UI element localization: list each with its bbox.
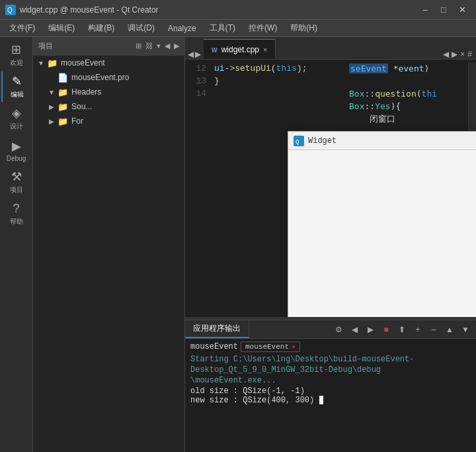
sidebar-header-icons: ⊞ ⛓ ▾ ◀ ▶ [136, 42, 179, 50]
menu-edit[interactable]: 编辑(E) [42, 20, 81, 36]
bottom-tab-bar: 应用程序输出 ⚙ ◀ ▶ ■ ⬆ + – ▲ ▼ [185, 320, 476, 339]
activity-help[interactable]: ? 帮助 [1, 199, 32, 229]
nav-next-icon[interactable]: ▶ [174, 42, 179, 50]
tree-sources-label: Sou... [71, 102, 92, 111]
tree-root-label: mouseEvent [61, 58, 105, 68]
widget-title-bar: Q Widget – □ [288, 132, 476, 150]
bottom-toolbar-btn2[interactable]: ◀ [348, 323, 361, 336]
projects-icon: ⚒ [11, 169, 22, 184]
sidebar-header: 项目 ⊞ ⛓ ▾ ◀ ▶ [33, 37, 184, 56]
sidebar-title: 项目 [38, 41, 53, 51]
menu-bar: 文件(F) 编辑(E) 构建(B) 调试(D) Analyze 工具(T) 控件… [0, 20, 476, 37]
window-controls: – □ ✕ [416, 3, 471, 17]
output-line-5: new size : QSize(400, 300) [190, 396, 471, 405]
bottom-scroll-up[interactable]: ▲ [443, 323, 456, 336]
filter-icon[interactable]: ⊞ [136, 42, 141, 50]
more-tabs-icon[interactable]: # [467, 50, 472, 59]
tree-forms-label: For [71, 116, 83, 126]
activity-debug[interactable]: ▶ Debug [1, 135, 32, 165]
code-line-12: 12 ui->setupUi(this); [188, 62, 349, 75]
output-line-4: old size : QSize(-1, -1) [190, 386, 471, 396]
help-icon: ? [13, 202, 19, 216]
welcome-icon: ⊞ [11, 42, 21, 57]
sidebar: 项目 ⊞ ⛓ ▾ ◀ ▶ ▼ 📁 mouseEvent 📄 mouseEvent… [33, 37, 185, 452]
activity-design-label: 设计 [10, 122, 23, 131]
svg-text:Q: Q [296, 139, 299, 146]
edit-icon: ✎ [12, 74, 22, 89]
widget-body [288, 150, 476, 317]
bottom-content: mouseEvent mouseEvent ✕ Starting C:\User… [185, 339, 476, 452]
line-content: } [214, 76, 219, 86]
forms-folder-icon: 📁 [57, 115, 69, 127]
tree-sources-folder[interactable]: ▶ 📁 Sou... [33, 99, 184, 114]
bottom-toolbar-btn3[interactable]: ▶ [364, 323, 377, 336]
bottom-tab-output[interactable]: 应用程序输出 [185, 320, 249, 338]
close-editor-icon[interactable]: × [460, 50, 465, 59]
design-icon: ◈ [12, 106, 21, 120]
main-layout: ⊞ 欢迎 ✎ 编辑 ◈ 设计 ▶ Debug ⚒ 项目 ? 帮助 项目 ⊞ [0, 37, 476, 452]
activity-bar: ⊞ 欢迎 ✎ 编辑 ◈ 设计 ▶ Debug ⚒ 项目 ? 帮助 [0, 37, 33, 452]
activity-edit-label: 编辑 [11, 90, 24, 99]
bottom-tab-output-label: 应用程序输出 [193, 323, 241, 334]
bottom-toolbar: ⚙ ◀ ▶ ■ ⬆ + – ▲ ▼ [328, 323, 476, 336]
link-icon[interactable]: ⛓ [145, 42, 153, 50]
widget-app-icon: Q [294, 136, 304, 146]
svg-text:Q: Q [7, 7, 13, 14]
tree-headers-folder[interactable]: ▼ 📁 Headers [33, 85, 184, 99]
bottom-toolbar-stop[interactable]: ■ [379, 323, 393, 336]
output-line-2: Desktop_Qt_5_9_0_MinGW_32bit-Debug\debug [190, 365, 471, 375]
tab-widget-cpp[interactable]: w widget.cpp × [204, 39, 276, 59]
line-number: 13 [188, 76, 214, 86]
bottom-toolbar-add[interactable]: + [411, 323, 424, 336]
minimize-button[interactable]: – [416, 3, 434, 17]
menu-debug[interactable]: 调试(D) [121, 20, 161, 36]
title-bar: Q widget.cpp @ mouseEvent - Qt Creator –… [0, 0, 476, 20]
menu-file[interactable]: 文件(F) [3, 20, 42, 36]
menu-build[interactable]: 构建(B) [81, 20, 121, 36]
content-area: ◀ ▶ w widget.cpp × ◀ ▶ × # [185, 37, 476, 452]
bottom-scroll-down[interactable]: ▼ [459, 323, 472, 336]
menu-analyze[interactable]: Analyze [161, 20, 203, 36]
bottom-toolbar-btn1[interactable]: ⚙ [332, 323, 345, 336]
activity-design[interactable]: ◈ 设计 [1, 103, 32, 134]
tab-bar: ◀ ▶ w widget.cpp × ◀ ▶ × # [185, 37, 476, 60]
tree-pro-file[interactable]: 📄 mouseEvent.pro [33, 70, 184, 85]
right-code-5: 闭窗口 [349, 113, 468, 125]
bottom-panel: 应用程序输出 ⚙ ◀ ▶ ■ ⬆ + – ▲ ▼ [185, 320, 476, 452]
menu-widgets[interactable]: 控件(W) [242, 20, 284, 36]
tab-widget-cpp-text: widget.cpp [221, 45, 259, 54]
tab-nav-left[interactable]: ◀ [188, 50, 194, 59]
collapse-all-icon[interactable]: ▾ [157, 42, 161, 50]
activity-welcome-label: 欢迎 [10, 58, 23, 68]
bottom-toolbar-remove[interactable]: – [427, 323, 440, 336]
line-content: ui->setupUi(this); [214, 64, 307, 73]
editor-content[interactable]: 12 ui->setupUi(this); 13 } 14 [185, 60, 476, 317]
menu-tools[interactable]: 工具(T) [203, 20, 242, 36]
activity-projects[interactable]: ⚒ 项目 [1, 167, 32, 197]
maximize-button[interactable]: □ [435, 3, 452, 17]
process-header: mouseEvent mouseEvent ✕ [190, 341, 471, 352]
tab-scroll-left[interactable]: ◀ [443, 50, 449, 59]
close-button[interactable]: ✕ [454, 3, 471, 17]
activity-welcome[interactable]: ⊞ 欢迎 [1, 40, 32, 70]
process-badge[interactable]: mouseEvent ✕ [241, 341, 300, 352]
activity-edit[interactable]: ✎ 编辑 [1, 71, 32, 102]
bottom-toolbar-btn4[interactable]: ⬆ [395, 323, 409, 336]
tab-close-icon[interactable]: × [263, 46, 267, 54]
tab-scroll-right[interactable]: ▶ [452, 50, 457, 59]
nav-prev-icon[interactable]: ◀ [165, 42, 170, 50]
tree-root-folder[interactable]: ▼ 📁 mouseEvent [33, 56, 184, 70]
menu-help[interactable]: 帮助(H) [284, 20, 324, 36]
tree-headers-label: Headers [71, 87, 101, 97]
activity-help-label: 帮助 [10, 217, 23, 226]
widget-title-label: Widget [308, 136, 476, 146]
tab-nav-right[interactable]: ▶ [195, 50, 201, 59]
right-code-3: Box::question(thi [349, 87, 468, 100]
tree-forms-folder[interactable]: ▶ 📁 For [33, 114, 184, 128]
right-code-4: Box::Yes){ [349, 100, 468, 113]
output-line-3: \mouseEvent.exe... [190, 376, 471, 385]
activity-debug-label: Debug [7, 155, 26, 162]
badge-close-icon[interactable]: ✕ [292, 343, 296, 351]
code-line-14: 14 [188, 87, 349, 100]
tab-widget-cpp-label: w [212, 45, 218, 54]
